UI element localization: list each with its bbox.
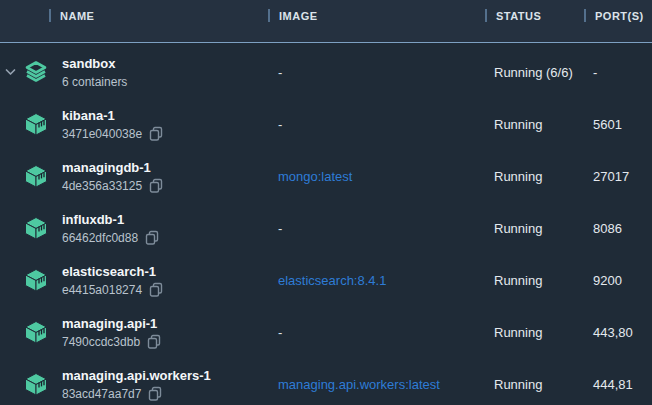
name-cell: kibana-1 3471e040038e — [0, 98, 268, 150]
ports-cell: 9200 — [584, 273, 652, 288]
container-icon — [24, 164, 48, 188]
containers-table: NAME IMAGE STATUS PORT(S) — [0, 0, 652, 405]
column-header-image[interactable]: IMAGE — [268, 9, 485, 22]
column-divider — [268, 9, 270, 22]
container-id: 3471e040038e — [62, 126, 142, 142]
table-header: NAME IMAGE STATUS PORT(S) — [0, 0, 652, 43]
column-header-ports[interactable]: PORT(S) — [584, 9, 652, 22]
container-icon — [24, 372, 48, 396]
ports-cell: 27017 — [584, 169, 652, 184]
column-header-name[interactable]: NAME — [0, 9, 268, 22]
project-name: sandbox — [62, 55, 127, 72]
table-row-managing-api[interactable]: managing.api-1 7490ccdc3dbb - Running 44… — [0, 306, 652, 358]
copy-icon[interactable] — [145, 230, 160, 246]
table-row-elasticsearch[interactable]: elasticsearch-1 e4415a018274 elasticsear… — [0, 254, 652, 306]
image-link[interactable]: mongo:latest — [268, 169, 485, 184]
table-row-kibana[interactable]: kibana-1 3471e040038e - Running 5601 — [0, 98, 652, 150]
table-body: sandbox 6 containers - Running (6/6) - k… — [0, 43, 652, 405]
column-divider — [49, 9, 51, 22]
image-cell: - — [268, 117, 485, 132]
status-cell: Running — [485, 221, 584, 236]
expand-toggle[interactable] — [0, 67, 20, 77]
container-icon — [24, 216, 48, 240]
container-id: 7490ccdc3dbb — [62, 334, 140, 350]
name-cell: elasticsearch-1 e4415a018274 — [0, 254, 268, 306]
status-cell: Running — [485, 325, 584, 340]
container-name: managingdb-1 — [62, 159, 164, 176]
name-cell: managing.api.workers-1 83acd47aa7d7 — [0, 358, 268, 405]
name-cell: sandbox 6 containers — [0, 46, 268, 98]
container-name: managing.api.workers-1 — [62, 367, 211, 384]
container-icon — [24, 112, 48, 136]
image-link[interactable]: managing.api.workers:latest — [268, 377, 485, 392]
containers-count: 6 containers — [62, 74, 127, 90]
ports-cell: 444,81 — [584, 377, 652, 392]
image-cell: - — [268, 65, 485, 80]
container-id: 83acd47aa7d7 — [62, 386, 141, 402]
status-cell: Running (6/6) — [485, 65, 584, 80]
column-header-status[interactable]: STATUS — [485, 9, 584, 22]
copy-icon[interactable] — [148, 386, 163, 402]
container-name: elasticsearch-1 — [62, 263, 164, 280]
chevron-down-icon — [5, 67, 16, 77]
container-name: managing.api-1 — [62, 315, 162, 332]
status-cell: Running — [485, 377, 584, 392]
ports-cell: - — [584, 65, 652, 80]
copy-icon[interactable] — [149, 178, 164, 194]
container-id: e4415a018274 — [62, 282, 142, 298]
container-id: 4de356a33125 — [62, 178, 142, 194]
name-cell: influxdb-1 66462dfc0d88 — [0, 202, 268, 254]
column-divider — [584, 9, 586, 22]
container-id: 66462dfc0d88 — [62, 230, 138, 246]
container-icon — [24, 320, 48, 344]
container-name: kibana-1 — [62, 107, 164, 124]
copy-icon[interactable] — [149, 282, 164, 298]
status-cell: Running — [485, 273, 584, 288]
ports-cell: 5601 — [584, 117, 652, 132]
status-cell: Running — [485, 117, 584, 132]
copy-icon[interactable] — [149, 126, 164, 142]
column-divider — [485, 9, 487, 22]
container-icon — [24, 268, 48, 292]
copy-icon[interactable] — [147, 334, 162, 350]
image-link[interactable]: elasticsearch:8.4.1 — [268, 273, 485, 288]
image-cell: - — [268, 325, 485, 340]
table-row-sandbox[interactable]: sandbox 6 containers - Running (6/6) - — [0, 46, 652, 98]
image-cell: - — [268, 221, 485, 236]
table-row-managingdb[interactable]: managingdb-1 4de356a33125 mongo:latest R… — [0, 150, 652, 202]
compose-stack-icon — [24, 60, 48, 84]
ports-cell: 8086 — [584, 221, 652, 236]
container-name: influxdb-1 — [62, 211, 160, 228]
name-cell: managing.api-1 7490ccdc3dbb — [0, 306, 268, 358]
ports-cell: 443,80 — [584, 325, 652, 340]
table-row-managing-api-workers[interactable]: managing.api.workers-1 83acd47aa7d7 mana… — [0, 358, 652, 405]
table-row-influxdb[interactable]: influxdb-1 66462dfc0d88 - Running 8086 — [0, 202, 652, 254]
status-cell: Running — [485, 169, 584, 184]
name-cell: managingdb-1 4de356a33125 — [0, 150, 268, 202]
